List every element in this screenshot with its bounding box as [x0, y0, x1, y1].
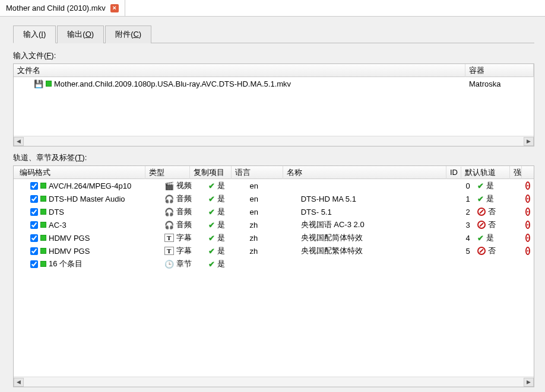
track-type: 音频	[176, 193, 192, 204]
track-id: 5	[459, 247, 474, 256]
track-name: 央视国配繁体特效	[297, 246, 459, 256]
track-name: DTS-HD MA 5.1	[297, 195, 459, 203]
tracks-label: 轨道、章节及标签(T):	[13, 152, 534, 163]
track-codec: AC-3	[49, 221, 66, 230]
track-codec: DTS	[49, 208, 64, 216]
track-row[interactable]: AVC/H.264/MPEG-4p10🎬视频✔ 是en0✔ 是	[14, 179, 534, 192]
track-copy: ✔ 是	[205, 219, 246, 230]
track-name: 央视国配简体特效	[297, 232, 459, 243]
file-row[interactable]: 💾 Mother.and.Child.2009.1080p.USA.Blu-ra…	[14, 77, 534, 90]
tracks-header-name[interactable]: 名称	[283, 166, 446, 179]
status-square-icon	[40, 209, 46, 215]
status-square-icon	[40, 261, 46, 267]
track-row[interactable]: HDMV PGST字幕✔ 是zh央视国配简体特效4✔ 是	[14, 231, 534, 244]
track-id: 1	[459, 195, 474, 203]
track-name: 央视国语 AC-3 2.0	[297, 219, 459, 230]
no-icon	[525, 208, 530, 216]
content-area: 输入(I) 输出(O) 附件(C) 输入文件(F): 文件名 容器 💾	[0, 17, 545, 392]
no-icon	[525, 195, 530, 203]
track-row[interactable]: 16 个条目🕒章节✔ 是	[14, 257, 534, 270]
status-square-icon	[40, 235, 46, 241]
scroll-right-icon[interactable]: ▶	[524, 378, 534, 387]
tracks-headers: 编码格式 类型 复制项目 语言 名称 ID 默认轨道 强	[14, 166, 534, 179]
status-square-icon	[40, 222, 46, 228]
file-name: Mother.and.Child.2009.1080p.USA.Blu-ray.…	[54, 79, 291, 88]
track-type: 视频	[176, 180, 192, 191]
tab-attachments[interactable]: 附件(C)	[105, 26, 151, 43]
file-container: Matroska	[465, 79, 534, 88]
track-default: ✔ 是	[474, 193, 522, 204]
track-name: DTS- 5.1	[297, 208, 459, 216]
tab-input[interactable]: 输入(I)	[13, 26, 56, 43]
track-copy: ✔ 是	[205, 193, 246, 204]
track-id: 4	[459, 234, 474, 243]
tracks-header-forced[interactable]: 强	[510, 166, 522, 179]
track-checkbox[interactable]	[30, 195, 38, 203]
tab-output[interactable]: 输出(O)	[57, 26, 104, 43]
document-tab[interactable]: Mother and Child (2010).mkv ×	[0, 0, 125, 16]
page-tabbar: 输入(I) 输出(O) 附件(C)	[13, 25, 534, 43]
scroll-left-icon[interactable]: ◀	[14, 378, 24, 387]
tracks-header-default[interactable]: 默认轨道	[461, 166, 510, 179]
track-copy: ✔ 是	[205, 259, 246, 269]
tracks-header-copy[interactable]: 复制项目	[190, 166, 232, 179]
track-id: 3	[459, 221, 474, 230]
files-panel: 文件名 容器 💾 Mother.and.Child.2009.1080p.USA…	[13, 63, 534, 146]
no-icon	[477, 221, 486, 229]
files-hscroll[interactable]: ◀ ▶	[14, 136, 534, 146]
chapters-icon: 🕒	[164, 260, 174, 269]
video-icon: 🎬	[164, 181, 174, 190]
input-files-label: 输入文件(F):	[13, 50, 534, 61]
track-codec: DTS-HD Master Audio	[49, 195, 125, 203]
track-row[interactable]: DTS-HD Master Audio🎧音频✔ 是enDTS-HD MA 5.1…	[14, 192, 534, 205]
check-icon: ✔	[208, 234, 215, 243]
main-window: Mother and Child (2010).mkv × 输入(I) 输出(O…	[0, 0, 545, 392]
scroll-right-icon[interactable]: ▶	[524, 137, 534, 146]
track-default: 否	[474, 219, 522, 230]
track-checkbox[interactable]	[30, 260, 38, 268]
track-type: 音频	[176, 206, 192, 217]
check-icon: ✔	[208, 247, 215, 256]
track-row[interactable]: HDMV PGST字幕✔ 是zh央视国配繁体特效5 否	[14, 244, 534, 257]
audio-icon: 🎧	[164, 195, 174, 203]
tracks-header-lang[interactable]: 语言	[232, 166, 283, 179]
track-row[interactable]: DTS🎧音频✔ 是enDTS- 5.12 否	[14, 205, 534, 218]
track-forced	[522, 247, 534, 255]
track-copy: ✔ 是	[205, 246, 246, 256]
tracks-hscroll[interactable]: ◀ ▶	[14, 377, 534, 387]
track-row[interactable]: AC-3🎧音频✔ 是zh央视国语 AC-3 2.03 否	[14, 218, 534, 231]
files-header-name[interactable]: 文件名	[14, 64, 465, 77]
track-lang: zh	[246, 234, 297, 243]
track-type: 字幕	[176, 246, 192, 256]
tracks-header-type[interactable]: 类型	[145, 166, 190, 179]
no-icon	[477, 208, 486, 216]
track-type: 字幕	[176, 232, 192, 243]
scroll-left-icon[interactable]: ◀	[14, 137, 24, 146]
track-checkbox[interactable]	[30, 221, 38, 229]
check-icon: ✔	[208, 221, 215, 230]
track-id: 0	[459, 181, 474, 190]
track-lang: zh	[246, 221, 297, 230]
track-checkbox[interactable]	[30, 234, 38, 242]
track-lang: en	[246, 208, 297, 216]
check-icon: ✔	[477, 234, 484, 243]
track-checkbox[interactable]	[30, 182, 38, 190]
tracks-header-id[interactable]: ID	[446, 167, 461, 178]
track-checkbox[interactable]	[30, 247, 38, 255]
check-icon: ✔	[208, 195, 215, 203]
check-icon: ✔	[208, 260, 215, 269]
audio-icon: 🎧	[164, 221, 174, 230]
close-icon[interactable]: ×	[110, 4, 119, 12]
tracks-rows: AVC/H.264/MPEG-4p10🎬视频✔ 是en0✔ 是DTS-HD Ma…	[14, 179, 534, 377]
subtitle-icon: T	[164, 247, 174, 255]
tracks-header-codec[interactable]: 编码格式	[14, 166, 145, 179]
track-checkbox[interactable]	[30, 208, 38, 216]
track-copy: ✔ 是	[205, 180, 246, 191]
check-icon: ✔	[477, 181, 484, 190]
track-codec: HDMV PGS	[49, 247, 90, 256]
track-copy: ✔ 是	[205, 206, 246, 217]
no-icon	[525, 181, 530, 190]
subtitle-icon: T	[164, 234, 174, 242]
track-lang: en	[246, 181, 297, 190]
files-header-container[interactable]: 容器	[465, 64, 534, 77]
